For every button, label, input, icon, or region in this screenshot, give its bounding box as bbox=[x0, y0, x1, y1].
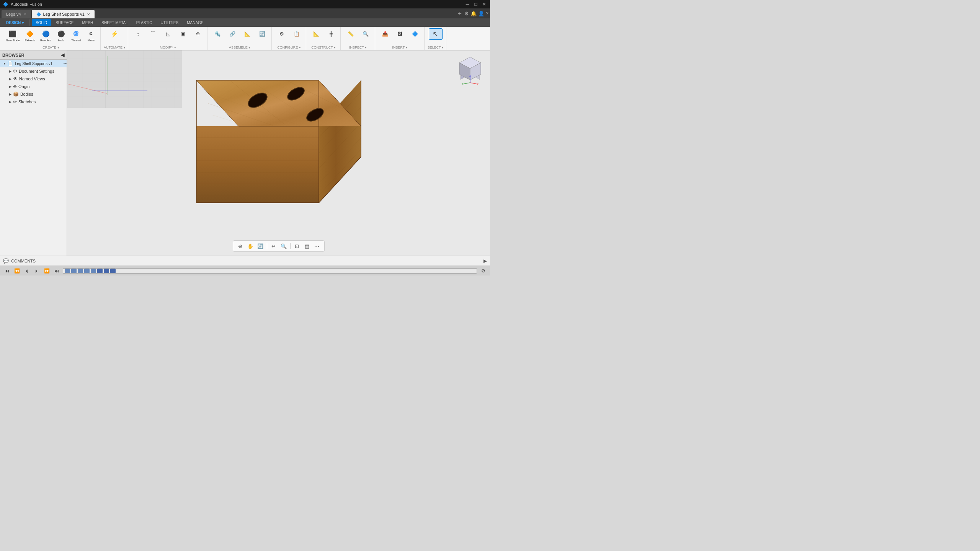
snap-btn[interactable]: ⊕ bbox=[236, 242, 245, 250]
help-icon[interactable]: ? bbox=[486, 11, 488, 16]
construct-group-title: CONSTRUCT ▾ bbox=[311, 46, 336, 49]
model-area bbox=[67, 51, 490, 256]
new-tab-button[interactable]: ＋ bbox=[457, 10, 463, 18]
account-icon[interactable]: 👤 bbox=[478, 11, 484, 16]
timeline-play-btn[interactable]: ⏵ bbox=[33, 267, 41, 275]
timeline-prev-btn[interactable]: ⏪ bbox=[13, 267, 21, 275]
more-btn[interactable]: ⋯ bbox=[313, 242, 321, 250]
tab-label-shelf: Leg Shelf Supports v1 bbox=[43, 12, 85, 16]
construct-axis-btn[interactable]: ╋ bbox=[324, 28, 338, 39]
modify-combine[interactable]: ⊕ bbox=[191, 28, 205, 39]
insert-mesh-btn[interactable]: 📥 bbox=[378, 28, 392, 39]
create-more-btn[interactable]: ⚙ More bbox=[84, 28, 98, 43]
browser-item-origin[interactable]: ▶ ⊕ Origin bbox=[0, 83, 67, 90]
assemble-motion[interactable]: 🔄 bbox=[255, 28, 269, 39]
configure-btn1[interactable]: ⚙ bbox=[275, 28, 289, 39]
viewport[interactable]: ⊕ ✋ 🔄 ↩ 🔍 ⊡ ▤ ⋯ bbox=[67, 51, 490, 256]
select-btn[interactable]: ↖ bbox=[429, 28, 443, 40]
arrow-icon-origin: ▶ bbox=[9, 85, 11, 88]
assemble-joint[interactable]: 🔗 bbox=[225, 28, 239, 39]
edit-icon[interactable]: ✏ bbox=[64, 62, 67, 66]
timeline-settings-btn[interactable]: ⚙ bbox=[479, 267, 487, 275]
browser-named-views-label: Named Views bbox=[19, 77, 45, 81]
tab-close-legs[interactable]: ✕ bbox=[23, 12, 26, 16]
comments-expand[interactable]: ▶ bbox=[483, 258, 487, 264]
construct-plane-btn[interactable]: 📐 bbox=[309, 28, 323, 39]
minimize-button[interactable]: ─ bbox=[465, 2, 470, 7]
timeline-step-4[interactable] bbox=[84, 269, 90, 273]
timeline-back-btn[interactable]: ⏴ bbox=[23, 267, 31, 275]
create-hole-btn[interactable]: ⚫ Hole bbox=[54, 28, 68, 43]
timeline-step-2[interactable] bbox=[71, 269, 77, 273]
modify-fillet[interactable]: ⌒ bbox=[146, 28, 160, 39]
origin-icon: ⊕ bbox=[13, 84, 17, 89]
browser-item-doc-settings[interactable]: ▶ ⚙ Document Settings bbox=[0, 67, 67, 75]
close-button[interactable]: ✕ bbox=[482, 2, 487, 7]
modify-chamfer[interactable]: ◺ bbox=[161, 28, 175, 39]
create-extrude-btn[interactable]: 🔶 Extrude bbox=[23, 28, 37, 43]
timeline-next-btn[interactable]: ⏩ bbox=[43, 267, 51, 275]
mode-tab-surface[interactable]: SURFACE bbox=[52, 19, 77, 26]
ribbon: ⬛ New Body 🔶 Extrude 🔵 Revolve ⚫ Hole 🌀 … bbox=[0, 27, 490, 51]
tab-legs-v4[interactable]: Legs v4 ✕ bbox=[2, 10, 31, 18]
modify-press-pull[interactable]: ↕ bbox=[131, 28, 145, 39]
svg-line-54 bbox=[470, 83, 478, 84]
timeline-step-3[interactable] bbox=[78, 269, 83, 273]
mode-tab-solid[interactable]: SOLID bbox=[32, 19, 51, 26]
settings-icon[interactable]: ⚙ bbox=[464, 11, 469, 16]
mode-tab-sheet-metal[interactable]: SHEET METAL bbox=[98, 19, 132, 26]
mode-tab-utilities[interactable]: UTILITIES bbox=[157, 19, 183, 26]
timeline-step-6[interactable] bbox=[97, 269, 103, 273]
insert-image-btn[interactable]: 🖼 bbox=[393, 28, 407, 39]
browser-item-named-views[interactable]: ▶ 👁 Named Views bbox=[0, 75, 67, 83]
display-mode-btn[interactable]: ⊡ bbox=[293, 242, 301, 250]
timeline-end-btn[interactable]: ⏭ bbox=[53, 267, 60, 275]
timeline-step-5[interactable] bbox=[91, 269, 96, 273]
timeline-step-8[interactable] bbox=[110, 269, 116, 273]
mode-tab-mesh[interactable]: MESH bbox=[78, 19, 97, 26]
design-mode-button[interactable]: DESIGN ▾ bbox=[3, 21, 27, 25]
assemble-rigid[interactable]: 📐 bbox=[240, 28, 254, 39]
automate-btn[interactable]: ⚡ bbox=[108, 28, 121, 39]
nav-cube[interactable] bbox=[455, 55, 485, 86]
ribbon-group-assemble: 🔩 🔗 📐 🔄 ASSEMBLE ▾ bbox=[208, 27, 272, 50]
create-buttons-row: ⬛ New Body 🔶 Extrude 🔵 Revolve ⚫ Hole 🌀 … bbox=[4, 28, 98, 43]
mode-tabs: DESIGN ▾ SOLID SURFACE MESH SHEET METAL … bbox=[0, 18, 490, 27]
mode-tab-manage[interactable]: MANAGE bbox=[183, 19, 207, 26]
modify-group-title: MODIFY ▾ bbox=[160, 46, 176, 49]
browser-item-bodies[interactable]: ▶ 📦 Bodies bbox=[0, 90, 67, 98]
browser-header: BROWSER ◀ bbox=[0, 51, 67, 60]
tab-leg-shelf[interactable]: 🔷 Leg Shelf Supports v1 ✕ bbox=[32, 10, 95, 18]
inspect-measure-btn[interactable]: 📏 bbox=[344, 28, 358, 39]
grid-btn[interactable]: ▤ bbox=[303, 242, 311, 250]
inspect-section-btn[interactable]: 🔍 bbox=[359, 28, 372, 39]
tab-bar: Legs v4 ✕ 🔷 Leg Shelf Supports v1 ✕ ＋ ⚙ … bbox=[0, 8, 490, 18]
pan-btn[interactable]: ✋ bbox=[246, 242, 255, 250]
timeline-step-7[interactable] bbox=[104, 269, 109, 273]
toolbar-sep2 bbox=[290, 243, 291, 249]
browser-item-root[interactable]: ▼ 📄 Leg Shelf Supports v1 ✏ bbox=[0, 60, 67, 67]
timeline-start-btn[interactable]: ⏮ bbox=[3, 267, 11, 275]
orbit-btn[interactable]: 🔄 bbox=[256, 242, 265, 250]
timeline-track[interactable] bbox=[63, 268, 477, 274]
modify-shell[interactable]: ▣ bbox=[176, 28, 190, 39]
assemble-new-component[interactable]: 🔩 bbox=[211, 28, 224, 39]
browser-sketches-label: Sketches bbox=[18, 99, 36, 104]
zoom-btn[interactable]: 🔍 bbox=[279, 242, 288, 250]
create-thread-btn[interactable]: 🌀 Thread bbox=[69, 28, 83, 43]
maximize-button[interactable]: □ bbox=[473, 2, 479, 7]
undo-view-btn[interactable]: ↩ bbox=[270, 242, 278, 250]
timeline-step-1[interactable] bbox=[65, 269, 70, 273]
insert-decal-btn[interactable]: 🔷 bbox=[408, 28, 422, 39]
create-revolve-btn[interactable]: 🔵 Revolve bbox=[38, 28, 53, 43]
browser-expand-icon[interactable]: ◀ bbox=[61, 52, 64, 58]
window-controls[interactable]: ─ □ ✕ bbox=[465, 2, 487, 7]
tab-close-shelf[interactable]: ✕ bbox=[87, 12, 90, 16]
browser-item-sketches[interactable]: ▶ ✏ Sketches bbox=[0, 98, 67, 106]
notification-icon[interactable]: 🔔 bbox=[470, 11, 477, 16]
mode-tab-plastic[interactable]: PLASTIC bbox=[132, 19, 156, 26]
configure-btn2[interactable]: 📋 bbox=[290, 28, 304, 39]
create-new-body-btn[interactable]: ⬛ New Body bbox=[4, 28, 21, 43]
app-icon: 🔷 bbox=[3, 2, 8, 7]
app-name: Autodesk Fusion bbox=[11, 2, 42, 7]
